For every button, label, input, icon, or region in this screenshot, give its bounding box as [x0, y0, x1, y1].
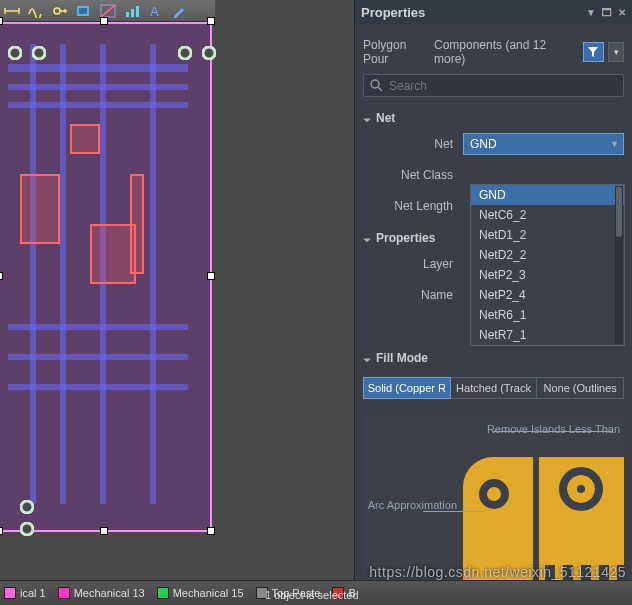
search-field[interactable]: [389, 79, 617, 93]
section-fill-mode: Fill Mode: [363, 351, 624, 365]
layer-chip[interactable]: Mechanical 15: [157, 587, 244, 599]
pin-icon[interactable]: ▼: [586, 7, 596, 18]
object-type-label: Polygon Pour: [363, 38, 434, 66]
svg-line-4: [101, 5, 115, 17]
net-class-label: Net Class: [363, 168, 463, 182]
fill-mode-solid[interactable]: Solid (Copper R: [363, 377, 451, 400]
net-label: Net: [363, 137, 463, 151]
close-icon[interactable]: ✕: [618, 7, 626, 18]
svg-text:A: A: [150, 4, 159, 18]
net-dropdown-list[interactable]: GND NetC6_2 NetD1_2 NetD2_2 NetP2_3 NetP…: [470, 184, 625, 346]
search-input[interactable]: [363, 74, 624, 97]
net-value: GND: [470, 137, 497, 151]
svg-rect-2: [79, 8, 87, 14]
preview-islands-label: Remove Islands Less Than: [487, 423, 620, 435]
layer-label: Layer: [363, 257, 463, 271]
name-label: Name: [363, 288, 463, 302]
net-option[interactable]: NetD2_2: [471, 245, 624, 265]
search-icon: [370, 79, 383, 92]
net-option[interactable]: NetR6_1: [471, 305, 624, 325]
net-option[interactable]: NetR7_1: [471, 325, 624, 345]
selection-handle[interactable]: [207, 272, 215, 280]
wave-icon[interactable]: [26, 2, 46, 20]
selection-status: 1 object is selected: [265, 589, 359, 601]
key-icon[interactable]: [50, 2, 70, 20]
chart-icon[interactable]: [122, 2, 142, 20]
svg-point-0: [54, 8, 60, 14]
layer-swatch: [157, 587, 169, 599]
filter-summary: Components (and 12 more): [434, 38, 579, 66]
svg-line-10: [378, 87, 382, 91]
selection-handle[interactable]: [100, 17, 108, 25]
selection-handle[interactable]: [100, 527, 108, 535]
net-length-label: Net Length: [363, 199, 463, 213]
section-net[interactable]: Net: [363, 111, 624, 125]
fill-icon[interactable]: [74, 2, 94, 20]
properties-panel: Properties ▼ 🗖 ✕ Polygon Pour Components…: [354, 0, 632, 605]
preview-arc-label: Arc Approximation: [367, 499, 457, 511]
svg-rect-6: [131, 9, 134, 17]
fill-mode-segmented: Solid (Copper R Hatched (Track None (Out…: [363, 377, 624, 400]
pencil-icon[interactable]: [170, 2, 190, 20]
window-icon[interactable]: 🗖: [602, 7, 612, 18]
layer-swatch: [4, 587, 16, 599]
filter-button[interactable]: [583, 42, 605, 62]
pcb-canvas[interactable]: [0, 22, 355, 580]
panel-header: Properties ▼ 🗖 ✕: [355, 0, 632, 24]
net-option[interactable]: GND: [471, 185, 624, 205]
net-option[interactable]: NetP2_4: [471, 285, 624, 305]
dimension-icon[interactable]: [2, 2, 22, 20]
net-option[interactable]: NetC6_2: [471, 205, 624, 225]
fill-mode-none[interactable]: None (Outlines: [537, 377, 624, 400]
svg-rect-7: [136, 6, 139, 17]
chevron-down-icon: ▼: [610, 139, 619, 149]
fill-mode-preview: Remove Islands Less Than Arc Approximati…: [363, 417, 624, 597]
net-combo[interactable]: GND ▼: [463, 133, 624, 155]
selection-handle[interactable]: [0, 272, 3, 280]
filter-dropdown-caret[interactable]: ▼: [608, 42, 624, 62]
layer-chip[interactable]: Mechanical 13: [58, 587, 145, 599]
pcb-board[interactable]: [0, 22, 212, 532]
svg-point-9: [371, 80, 379, 88]
svg-rect-5: [126, 12, 129, 17]
fill-mode-hatched[interactable]: Hatched (Track: [451, 377, 538, 400]
layer-chip[interactable]: ical 1: [4, 587, 46, 599]
selection-handle[interactable]: [0, 527, 3, 535]
selection-handle[interactable]: [0, 17, 3, 25]
dropdown-scrollbar[interactable]: [615, 186, 623, 344]
text-icon[interactable]: A: [146, 2, 166, 20]
selection-handle[interactable]: [207, 527, 215, 535]
panel-title: Properties: [361, 5, 425, 20]
layer-swatch: [58, 587, 70, 599]
selection-handle[interactable]: [207, 17, 215, 25]
net-option[interactable]: NetD1_2: [471, 225, 624, 245]
net-option[interactable]: NetP2_3: [471, 265, 624, 285]
